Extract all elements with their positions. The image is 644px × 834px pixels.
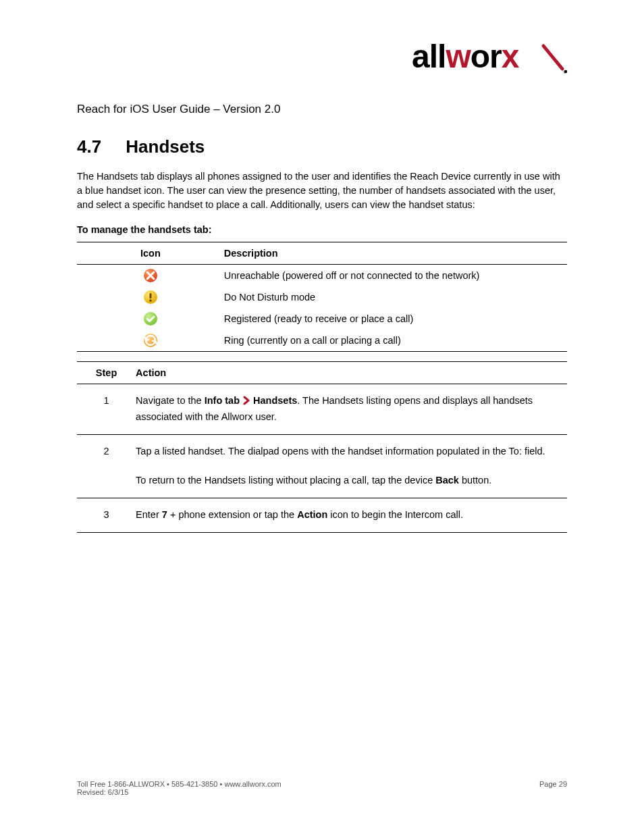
icon-desc: Unreachable (powered off or not connecte…: [224, 265, 567, 286]
logo: allworx ®: [412, 38, 567, 80]
step-action: Navigate to the Info tabHandsets. The Ha…: [136, 384, 567, 435]
icon-row-registered: Registered (ready to receive or place a …: [77, 308, 567, 330]
footer-right: Page 29: [539, 780, 567, 796]
step-number: 2: [77, 434, 136, 498]
ring-icon: [143, 333, 158, 348]
step-number: 1: [77, 384, 136, 435]
step-number: 3: [77, 498, 136, 532]
section-number: 4.7 Handsets: [77, 136, 567, 157]
icon-desc: Do Not Disturb mode: [224, 286, 567, 308]
icon-table-header-desc: Description: [224, 242, 567, 264]
footer: Toll Free 1-866-ALLWORX • 585-421-3850 •…: [77, 780, 567, 796]
icon-desc: Ring (currently on a call or placing a c…: [224, 330, 567, 351]
dnd-icon: [143, 290, 158, 305]
section-title: Handsets: [126, 136, 205, 157]
step-row: 3Enter 7 + phone extension or tap the Ac…: [77, 498, 567, 532]
icon-desc: Registered (ready to receive or place a …: [224, 308, 567, 330]
step-row: 1Navigate to the Info tabHandsets. The H…: [77, 384, 567, 435]
steps-table: Step Action 1Navigate to the Info tabHan…: [77, 361, 567, 533]
registered-icon: [143, 311, 158, 326]
steps-header-step: Step: [77, 362, 136, 384]
icon-table-header-icon: Icon: [77, 242, 224, 264]
unreachable-icon: [143, 268, 158, 283]
svg-point-6: [149, 299, 152, 302]
svg-rect-5: [149, 293, 151, 298]
step-action: Tap a listed handset. The dialpad opens …: [136, 434, 567, 498]
footer-left: Toll Free 1-866-ALLWORX • 585-421-3850 •…: [77, 780, 281, 796]
steps-header-action: Action: [136, 362, 567, 384]
svg-text:allworx: allworx: [412, 38, 520, 74]
step-row: 2Tap a listed handset. The dialpad opens…: [77, 434, 567, 498]
icon-row-ring: Ring (currently on a call or placing a c…: [77, 330, 567, 351]
to-manage-label: To manage the handsets tab:: [77, 224, 567, 235]
icon-table: Icon Description Unreachable (powered of…: [77, 242, 567, 352]
svg-text:®: ®: [564, 70, 567, 74]
icon-row-dnd: Do Not Disturb mode: [77, 286, 567, 308]
intro-paragraph: The Handsets tab displays all phones ass…: [77, 170, 567, 212]
chevron-right-icon: [242, 395, 251, 410]
doc-title: Reach for iOS User Guide – Version 2.0: [77, 103, 567, 116]
icon-row-unreachable: Unreachable (powered off or not connecte…: [77, 265, 567, 286]
step-action: Enter 7 + phone extension or tap the Act…: [136, 498, 567, 532]
